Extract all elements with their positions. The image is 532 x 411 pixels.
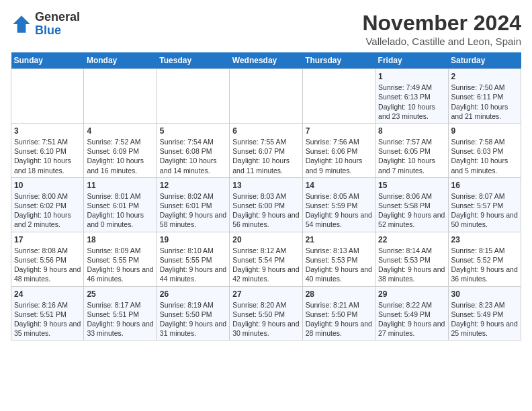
day-number: 7 (306, 126, 372, 136)
calendar-cell: 22Sunrise: 8:14 AMSunset: 5:53 PMDayligh… (375, 232, 448, 286)
day-info: Sunrise: 8:08 AMSunset: 5:56 PMDaylight:… (14, 246, 81, 284)
calendar-cell (230, 69, 302, 124)
calendar-cell: 16Sunrise: 8:07 AMSunset: 5:57 PMDayligh… (448, 177, 521, 232)
calendar-header-monday: Monday (84, 52, 157, 69)
calendar-cell: 10Sunrise: 8:00 AMSunset: 6:02 PMDayligh… (11, 177, 84, 232)
day-info: Sunrise: 7:58 AMSunset: 6:03 PMDaylight:… (451, 137, 518, 175)
day-number: 17 (14, 234, 81, 245)
calendar-cell: 1Sunrise: 7:49 AMSunset: 6:13 PMDaylight… (375, 69, 448, 124)
day-info: Sunrise: 8:22 AMSunset: 5:49 PMDaylight:… (378, 300, 445, 338)
day-number: 4 (87, 126, 153, 136)
calendar-header-sunday: Sunday (11, 52, 84, 69)
calendar-cell: 17Sunrise: 8:08 AMSunset: 5:56 PMDayligh… (11, 232, 84, 286)
day-info: Sunrise: 8:02 AMSunset: 6:01 PMDaylight:… (160, 191, 226, 230)
day-number: 16 (451, 180, 518, 191)
logo-blue: Blue (35, 24, 61, 37)
calendar-week-5: 24Sunrise: 8:16 AMSunset: 5:51 PMDayligh… (11, 286, 521, 340)
day-number: 11 (87, 180, 153, 191)
calendar-cell (84, 69, 157, 124)
calendar-cell: 8Sunrise: 7:57 AMSunset: 6:05 PMDaylight… (375, 123, 448, 177)
calendar-cell: 5Sunrise: 7:54 AMSunset: 6:08 PMDaylight… (157, 123, 229, 177)
day-info: Sunrise: 8:03 AMSunset: 6:00 PMDaylight:… (232, 191, 299, 230)
day-number: 21 (306, 234, 372, 245)
day-number: 8 (378, 126, 445, 136)
calendar-header-tuesday: Tuesday (157, 52, 229, 69)
day-info: Sunrise: 8:15 AMSunset: 5:52 PMDaylight:… (451, 246, 518, 284)
calendar-cell: 12Sunrise: 8:02 AMSunset: 6:01 PMDayligh… (157, 177, 229, 232)
calendar-cell: 28Sunrise: 8:21 AMSunset: 5:50 PMDayligh… (302, 286, 375, 340)
calendar-cell: 25Sunrise: 8:17 AMSunset: 5:51 PMDayligh… (84, 286, 157, 340)
day-info: Sunrise: 7:56 AMSunset: 6:06 PMDaylight:… (306, 137, 372, 175)
day-info: Sunrise: 7:50 AMSunset: 6:11 PMDaylight:… (451, 83, 518, 121)
calendar-cell: 4Sunrise: 7:52 AMSunset: 6:09 PMDaylight… (84, 123, 157, 177)
day-info: Sunrise: 8:09 AMSunset: 5:55 PMDaylight:… (87, 246, 153, 284)
logo-text: General Blue (35, 11, 80, 38)
header: General Blue November 2024 Vallelado, Ca… (11, 11, 521, 47)
day-info: Sunrise: 7:49 AMSunset: 6:13 PMDaylight:… (378, 83, 445, 121)
day-number: 9 (451, 126, 518, 136)
day-info: Sunrise: 7:57 AMSunset: 6:05 PMDaylight:… (378, 137, 445, 175)
day-info: Sunrise: 8:20 AMSunset: 5:50 PMDaylight:… (232, 300, 299, 338)
day-info: Sunrise: 8:01 AMSunset: 6:01 PMDaylight:… (87, 191, 153, 230)
page-subtitle: Vallelado, Castille and Leon, Spain (362, 36, 521, 47)
calendar-week-1: 1Sunrise: 7:49 AMSunset: 6:13 PMDaylight… (11, 69, 521, 124)
day-info: Sunrise: 8:12 AMSunset: 5:54 PMDaylight:… (232, 246, 299, 284)
calendar-header-row: SundayMondayTuesdayWednesdayThursdayFrid… (11, 52, 521, 69)
day-info: Sunrise: 7:54 AMSunset: 6:08 PMDaylight:… (160, 137, 226, 175)
title-area: November 2024 Vallelado, Castille and Le… (362, 11, 521, 47)
day-info: Sunrise: 7:55 AMSunset: 6:07 PMDaylight:… (232, 137, 299, 175)
logo-general: General (35, 10, 80, 24)
calendar-header-thursday: Thursday (302, 52, 375, 69)
calendar-week-4: 17Sunrise: 8:08 AMSunset: 5:56 PMDayligh… (11, 232, 521, 286)
day-info: Sunrise: 8:10 AMSunset: 5:55 PMDaylight:… (160, 246, 226, 284)
calendar-cell: 7Sunrise: 7:56 AMSunset: 6:06 PMDaylight… (302, 123, 375, 177)
calendar-cell: 15Sunrise: 8:06 AMSunset: 5:58 PMDayligh… (375, 177, 448, 232)
calendar-cell: 3Sunrise: 7:51 AMSunset: 6:10 PMDaylight… (11, 123, 84, 177)
day-info: Sunrise: 8:13 AMSunset: 5:53 PMDaylight:… (306, 246, 372, 284)
calendar-week-3: 10Sunrise: 8:00 AMSunset: 6:02 PMDayligh… (11, 177, 521, 232)
day-number: 13 (232, 180, 299, 191)
day-number: 19 (160, 234, 226, 245)
day-info: Sunrise: 8:19 AMSunset: 5:50 PMDaylight:… (160, 300, 226, 338)
calendar-cell: 14Sunrise: 8:05 AMSunset: 5:59 PMDayligh… (302, 177, 375, 232)
day-number: 24 (14, 289, 81, 300)
calendar-header-wednesday: Wednesday (230, 52, 302, 69)
calendar-cell: 30Sunrise: 8:23 AMSunset: 5:49 PMDayligh… (448, 286, 521, 340)
day-number: 27 (232, 289, 299, 300)
calendar-cell: 9Sunrise: 7:58 AMSunset: 6:03 PMDaylight… (448, 123, 521, 177)
day-info: Sunrise: 8:14 AMSunset: 5:53 PMDaylight:… (378, 246, 445, 284)
logo-icon (11, 13, 32, 35)
day-info: Sunrise: 8:06 AMSunset: 5:58 PMDaylight:… (378, 191, 445, 230)
day-info: Sunrise: 7:52 AMSunset: 6:09 PMDaylight:… (87, 137, 153, 175)
day-number: 15 (378, 180, 445, 191)
calendar-cell (302, 69, 375, 124)
day-number: 1 (378, 71, 445, 82)
calendar-cell: 27Sunrise: 8:20 AMSunset: 5:50 PMDayligh… (230, 286, 302, 340)
calendar-cell: 21Sunrise: 8:13 AMSunset: 5:53 PMDayligh… (302, 232, 375, 286)
day-number: 23 (451, 234, 518, 245)
calendar-cell: 26Sunrise: 8:19 AMSunset: 5:50 PMDayligh… (157, 286, 229, 340)
day-info: Sunrise: 7:51 AMSunset: 6:10 PMDaylight:… (14, 137, 81, 175)
day-info: Sunrise: 8:00 AMSunset: 6:02 PMDaylight:… (14, 191, 81, 230)
day-number: 22 (378, 234, 445, 245)
calendar-cell: 20Sunrise: 8:12 AMSunset: 5:54 PMDayligh… (230, 232, 302, 286)
logo: General Blue (11, 11, 80, 38)
day-info: Sunrise: 8:16 AMSunset: 5:51 PMDaylight:… (14, 300, 81, 338)
day-number: 30 (451, 289, 518, 300)
day-info: Sunrise: 8:23 AMSunset: 5:49 PMDaylight:… (451, 300, 518, 338)
calendar-cell: 29Sunrise: 8:22 AMSunset: 5:49 PMDayligh… (375, 286, 448, 340)
calendar-cell: 11Sunrise: 8:01 AMSunset: 6:01 PMDayligh… (84, 177, 157, 232)
calendar-header-friday: Friday (375, 52, 448, 69)
day-info: Sunrise: 8:05 AMSunset: 5:59 PMDaylight:… (306, 191, 372, 230)
page-title: November 2024 (362, 11, 521, 36)
day-number: 6 (232, 126, 299, 136)
day-info: Sunrise: 8:17 AMSunset: 5:51 PMDaylight:… (87, 300, 153, 338)
calendar-cell: 19Sunrise: 8:10 AMSunset: 5:55 PMDayligh… (157, 232, 229, 286)
day-number: 25 (87, 289, 153, 300)
day-number: 10 (14, 180, 81, 191)
day-number: 14 (306, 180, 372, 191)
calendar-header-saturday: Saturday (448, 52, 521, 69)
svg-marker-0 (13, 15, 30, 33)
day-number: 29 (378, 289, 445, 300)
calendar-cell: 24Sunrise: 8:16 AMSunset: 5:51 PMDayligh… (11, 286, 84, 340)
